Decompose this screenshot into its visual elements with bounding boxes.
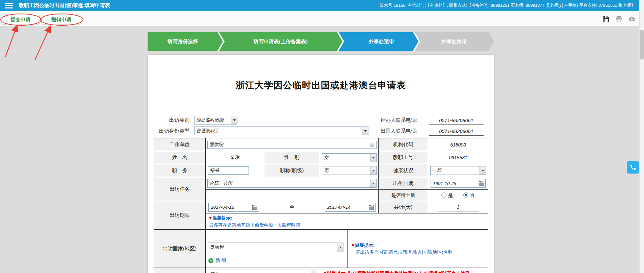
gender-label: 性 别 (264, 151, 320, 164)
save-icon[interactable] (602, 15, 610, 23)
print-icon[interactable] (615, 15, 623, 23)
postdoc-cell: 是 否 (428, 190, 488, 201)
add-country-label: 新 增 (215, 257, 226, 264)
calendar-icon[interactable] (252, 205, 257, 210)
scrollbar-thumb[interactable] (640, 30, 644, 60)
agent-phone-input[interactable]: 0571-88208061 (429, 116, 484, 125)
period-to-input[interactable]: 2017-04-14 (325, 203, 376, 212)
country-select[interactable]: 奥地利 (208, 243, 343, 252)
contact-info: 流水号:18166, 主管部门:【外事处】, 联系方式:【业务咨询: 88981… (380, 3, 635, 8)
total-days-cell: 3 (428, 201, 488, 213)
politics-cell: 其他 ♥温馨提示:非(外籍教师和外聘博士后及港澳台)人员,请填写以下个人信息 (206, 268, 488, 273)
gender-select[interactable]: 女 (322, 153, 377, 162)
chevron-down-icon (337, 243, 343, 252)
health-label: 健康状况 (379, 164, 428, 177)
birth-date-value: 1991-10-25 (433, 181, 456, 186)
period-to-value: 2017-04-14 (327, 205, 351, 210)
postdoc-no-radio[interactable] (463, 192, 468, 198)
work-unit-label: 工作单位 (154, 138, 206, 151)
staff-id-value: 0915581 (428, 151, 488, 164)
add-country-button[interactable]: 新 增 (208, 257, 226, 264)
period-hint-title: 温馨提示: (212, 215, 232, 221)
toolbar-icons (602, 15, 636, 23)
table-row: 出访国家(地区) 奥地利 新 增 (154, 230, 488, 268)
red-arrow-withdraw (35, 28, 49, 60)
identity-type-label: 出访身份类型: (148, 127, 191, 135)
work-unit-cell: 医学院 (206, 138, 379, 151)
task-extra-cell (206, 190, 379, 201)
country-label: 出访国家(地区) (154, 230, 206, 268)
org-code-value: 518000 (428, 138, 488, 151)
total-days-label: 共计(天) (379, 201, 428, 213)
politics-select[interactable]: 其他 (208, 270, 317, 273)
traveler-phone-input[interactable]: 0571-88208061 (429, 127, 484, 136)
period-cell: 2017-04-12 至 2017-04-14 (206, 201, 379, 213)
topbar: 教职工因公临时出国(境)审批:填写申请表 流水号:18166, 主管部门:【外事… (0, 0, 644, 11)
postdoc-label: 是否博士后 (379, 190, 428, 201)
rank-select[interactable]: 无 (322, 166, 377, 175)
politics-hint-pane: ♥温馨提示:非(外籍教师和外聘博士后及港澳台)人员,请填写以下个人信息 (320, 268, 488, 273)
vertical-scrollbar[interactable] (639, 0, 644, 273)
identity-type-select[interactable]: 普通教职工 (194, 127, 368, 135)
chevron-down-icon (370, 179, 376, 187)
submit-application-button[interactable]: 提交申请 (2, 15, 40, 24)
health-select[interactable]: 一般 (430, 166, 486, 175)
chevron-down-icon (311, 270, 317, 273)
table-row: 政治面貌 其他 ♥温馨提示:非(外籍教师和外聘博士后及港澳台)人员,请填写以下个… (154, 268, 488, 273)
task-value: 合研、会议 (208, 180, 370, 186)
form-title: 浙江大学因公临时出国或赴港澳台申请表 (148, 79, 494, 91)
add-icon (208, 258, 213, 263)
postdoc-yes-label: 是 (448, 192, 453, 198)
gender-value: 女 (322, 155, 370, 161)
health-cell: 一般 (428, 164, 488, 177)
calendar-icon[interactable] (479, 181, 484, 186)
cloud-download-icon[interactable] (628, 15, 636, 23)
country-value: 奥地利 (208, 244, 337, 250)
period-to-label: 至 (261, 204, 323, 210)
visit-category-select[interactable]: 因公临时出国 (194, 116, 237, 124)
birth-date-input[interactable]: 1991-10-25 (431, 179, 486, 188)
step-identity-label: 填写身份选择 (167, 39, 198, 44)
heart-icon: ♥ (324, 271, 326, 273)
period-from-value: 2017-04-12 (211, 205, 234, 210)
withdraw-application-button[interactable]: 撤销申请 (42, 15, 81, 24)
postdoc-yes-radio[interactable] (441, 192, 446, 198)
hamburger-menu-icon[interactable] (5, 3, 13, 8)
postdoc-no-label: 否 (470, 192, 475, 198)
politics-label: 政治面貌 (154, 268, 206, 273)
chevron-down-icon (231, 116, 237, 124)
step-final-review-label: 外事处终审 (441, 39, 467, 44)
birth-label: 出生日期 (379, 177, 428, 190)
name-label: 姓 名 (154, 151, 206, 164)
period-label: 出访期限 (154, 201, 206, 230)
work-unit-input[interactable]: 医学院 (207, 141, 377, 149)
country-hint-title: 温馨提示: (355, 243, 375, 248)
phone-button[interactable] (627, 161, 639, 174)
page-title: 教职工因公临时出国(境)审批:填写申请表 (19, 2, 110, 9)
total-days-value: 3 (438, 203, 479, 211)
period-hint-text: 最多可在邀请函基础上前后各加一天路程时间 (209, 222, 485, 229)
duty-input[interactable]: 秘书 (208, 166, 249, 175)
duty-label: 职 务 (154, 164, 206, 177)
table-row: 出访任务 合研、会议 出生日期 1991-10-25 (154, 177, 488, 190)
chevron-down-icon (370, 166, 376, 175)
birth-cell: 1991-10-25 (428, 177, 488, 190)
task-cell: 合研、会议 (206, 177, 379, 190)
politics-input-pane: 其他 (206, 268, 320, 273)
application-table: 工作单位 医学院 机构代码 518000 姓 名 朱琳 性 别 (154, 138, 488, 273)
staff-id-label: 教职工号 (379, 151, 428, 164)
chevron-down-icon (480, 166, 486, 175)
form-panel: 浙江大学因公临时出国或赴港澳台申请表 出访类别: 因公临时出国 经办人联系电话:… (148, 55, 494, 273)
politics-hint-text: 温馨提示:非(外籍教师和外聘博士后及港澳台)人员,请填写以下个人信息 (327, 271, 469, 273)
step-fill-form-label: 填写申请表(上传备案表) (253, 39, 308, 44)
toolbar: 提交申请 撤销申请 (0, 11, 644, 26)
work-unit-value: 医学院 (209, 142, 223, 148)
country-cell: 奥地利 新 增 ♥温馨提示: 若出访多个国家,请点击新增,输入国 (206, 230, 488, 268)
building-picker-icon[interactable] (369, 142, 375, 147)
calendar-icon[interactable] (369, 205, 374, 210)
period-from-input[interactable]: 2017-04-12 (208, 203, 259, 212)
task-select[interactable]: 合研、会议 (207, 179, 377, 188)
table-row: 姓 名 朱琳 性 别 女 教职工号 0915581 (154, 151, 488, 164)
rank-label: 职称(职级) (264, 164, 320, 177)
country-input-pane: 奥地利 新 增 (206, 230, 347, 268)
